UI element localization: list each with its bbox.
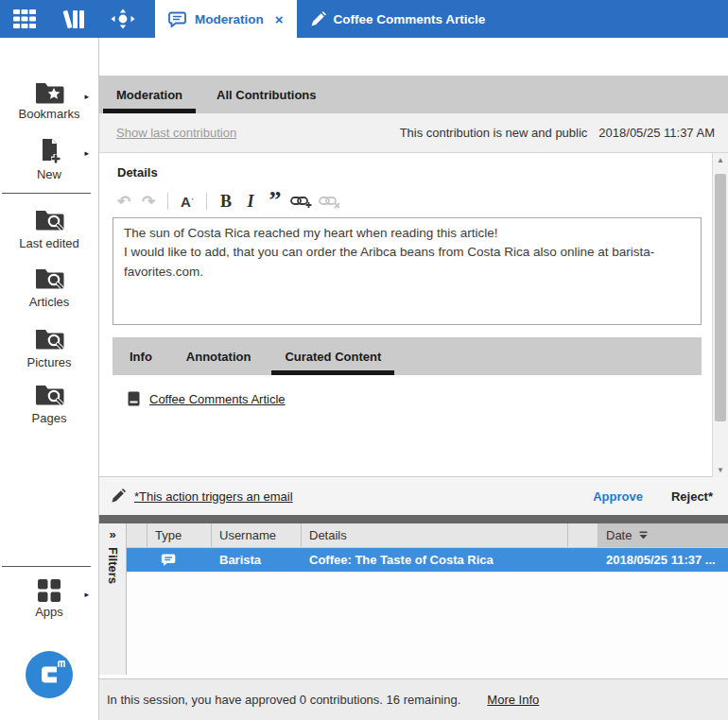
richtext-toolbar: ↶ ↷ A˕ B I ” xyxy=(114,189,341,214)
main-panel: Moderation All Contributions Show last c… xyxy=(98,38,728,720)
panel-splitter[interactable] xyxy=(99,515,728,523)
edit-note-pencil-icon xyxy=(111,489,126,504)
column-header-gutter[interactable] xyxy=(127,523,147,547)
column-header-date[interactable]: Date xyxy=(598,523,728,547)
tab-label: All Contributions xyxy=(217,88,316,102)
toolbar-separator xyxy=(206,193,207,210)
more-info-link[interactable]: More Info xyxy=(487,693,539,707)
contributions-table-panel: » Filters Type Username Details Date xyxy=(99,523,728,678)
comment-text-field[interactable]: The sun of Costa Rica reached my heart w… xyxy=(113,217,702,325)
redo-icon[interactable]: ↷ xyxy=(139,192,158,212)
row-type-cell xyxy=(147,553,212,567)
flyout-arrow-icon: ▸ xyxy=(84,590,89,599)
top-bar: Moderation × Coffee Comments Article xyxy=(0,0,728,38)
tab-label: Info xyxy=(130,350,152,364)
app-window: Moderation × Coffee Comments Article ▸ B… xyxy=(0,0,728,720)
comment-line: The sun of Costa Rica reached my heart w… xyxy=(124,224,690,243)
filters-label: Filters xyxy=(106,547,120,584)
row-username-cell: Barista xyxy=(212,553,302,567)
sidebar-item-label: Pages xyxy=(0,411,98,425)
folder-search-icon xyxy=(34,327,64,353)
bold-icon[interactable]: B xyxy=(217,192,235,212)
tab-info[interactable]: Info xyxy=(113,337,169,375)
reject-button[interactable]: Reject* xyxy=(671,489,713,504)
apps-icon xyxy=(37,578,61,603)
sidebar-item-label: New xyxy=(0,167,98,181)
column-header-blank[interactable] xyxy=(568,523,598,547)
session-status-text: In this session, you have approved 0 con… xyxy=(107,693,460,707)
sidebar-item-new[interactable]: ▸ New xyxy=(0,137,98,181)
sidebar-item-bookmarks[interactable]: ▸ Bookmarks xyxy=(0,80,98,121)
tab-label: Moderation xyxy=(116,88,182,102)
grid-header: Type Username Details Date xyxy=(127,523,728,548)
sidebar-item-last-edited[interactable]: Last edited xyxy=(0,208,98,250)
undo-icon[interactable]: ↶ xyxy=(114,192,133,212)
tab-annotation[interactable]: Annotation xyxy=(169,337,269,375)
moderation-comment-icon xyxy=(168,11,187,27)
filters-panel-collapsed[interactable]: » Filters xyxy=(99,523,127,675)
column-label: Date xyxy=(606,528,632,542)
scroll-up-icon[interactable]: ▲ xyxy=(713,156,728,164)
sidebar-item-label: Last edited xyxy=(0,236,98,250)
folder-search-icon xyxy=(34,266,64,293)
sidebar-divider xyxy=(2,566,91,567)
text-style-icon[interactable]: A˕ xyxy=(178,194,197,210)
apps-grid-button[interactable] xyxy=(0,0,49,38)
tab-moderation-view[interactable]: Moderation xyxy=(99,76,199,113)
sidebar-item-label: Articles xyxy=(0,295,98,309)
comment-line: I would like to add, that you can order … xyxy=(124,243,690,282)
scroll-down-icon[interactable]: ▼ xyxy=(713,466,728,474)
sidebar-divider xyxy=(2,193,91,194)
locate-crosshair-icon xyxy=(111,9,135,29)
locate-button[interactable] xyxy=(98,0,147,38)
new-content-icon xyxy=(35,137,63,165)
approve-button[interactable]: Approve xyxy=(593,489,643,504)
sidebar-item-pages[interactable]: Pages xyxy=(0,383,98,425)
grid-icon xyxy=(12,9,37,29)
contribution-status-text: This contribution is new and public xyxy=(400,126,588,140)
library-button[interactable] xyxy=(49,0,98,38)
blockquote-icon[interactable]: ” xyxy=(266,194,285,209)
column-header-username[interactable]: Username xyxy=(212,523,302,547)
sidebar-item-label: Bookmarks xyxy=(0,107,98,121)
details-region: Details ↶ ↷ A˕ B I ” xyxy=(99,153,728,477)
sidebar-item-articles[interactable]: Articles xyxy=(0,266,98,309)
tab-all-contributions[interactable]: All Contributions xyxy=(199,76,333,113)
scrollbar-thumb[interactable] xyxy=(715,174,726,421)
coremedia-logo[interactable] xyxy=(25,650,74,699)
article-icon xyxy=(128,391,140,406)
tab-coffee-comments-article[interactable]: Coffee Comments Article xyxy=(297,0,499,38)
sort-descending-icon xyxy=(638,531,649,540)
close-icon[interactable]: × xyxy=(275,11,284,27)
tab-label: Annotation xyxy=(186,350,251,364)
table-row-selected[interactable]: Barista Coffee: The Taste of Costa Rica … xyxy=(127,548,728,572)
pencil-icon xyxy=(310,11,326,27)
column-header-details[interactable]: Details xyxy=(302,523,568,547)
add-link-icon[interactable] xyxy=(290,194,313,209)
tab-moderation[interactable]: Moderation × xyxy=(155,0,297,38)
column-header-type[interactable]: Type xyxy=(147,523,212,547)
expand-filters-icon[interactable]: » xyxy=(99,527,126,541)
remove-link-icon[interactable] xyxy=(319,194,341,209)
row-details-cell: Coffee: The Taste of Costa Rica xyxy=(302,553,568,567)
library-books-icon xyxy=(61,8,86,30)
comment-type-icon xyxy=(161,553,177,567)
sidebar-item-label: Pictures xyxy=(0,355,98,369)
email-trigger-note-link[interactable]: *This action triggers an email xyxy=(134,489,293,504)
curated-content-link[interactable]: Coffee Comments Article xyxy=(149,392,286,406)
folder-search-icon xyxy=(34,383,64,409)
contributions-grid: Type Username Details Date xyxy=(127,523,728,678)
sidebar-item-pictures[interactable]: Pictures xyxy=(0,327,98,369)
show-last-contribution-link[interactable]: Show last contribution xyxy=(116,126,236,140)
bookmarks-folder-icon xyxy=(34,80,64,105)
curated-content-item: Coffee Comments Article xyxy=(128,391,286,406)
tab-curated-content[interactable]: Curated Content xyxy=(268,337,398,375)
folder-search-icon xyxy=(34,208,64,234)
sidebar-item-apps[interactable]: ▸ Apps xyxy=(0,578,98,619)
details-label: Details xyxy=(117,165,158,180)
details-scrollbar[interactable]: ▲ ▼ xyxy=(712,153,728,477)
contribution-timestamp: 2018/05/25 11:37 AM xyxy=(598,126,715,140)
italic-icon[interactable]: I xyxy=(241,192,260,212)
flyout-arrow-icon: ▸ xyxy=(84,92,89,101)
left-sidebar: ▸ Bookmarks ▸ New Last edited xyxy=(0,38,98,720)
